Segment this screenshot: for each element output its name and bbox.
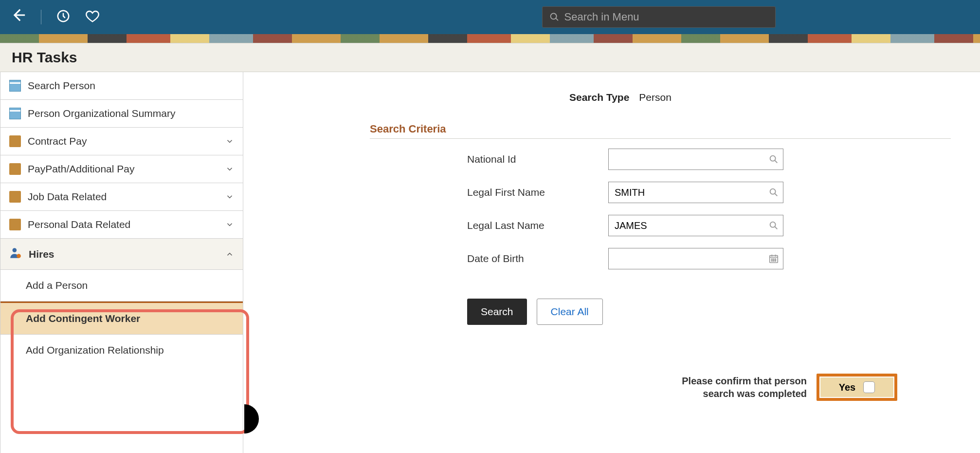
field-last-name: Legal Last Name bbox=[467, 215, 951, 236]
sidebar-item-label: Hires bbox=[29, 248, 54, 260]
app-header bbox=[0, 0, 980, 34]
page-icon bbox=[9, 80, 21, 92]
sidebar-item-paypath[interactable]: PayPath/Additional Pay bbox=[0, 155, 243, 183]
svg-point-12 bbox=[775, 261, 776, 262]
svg-point-3 bbox=[770, 156, 776, 161]
sidebar-item-label: Add Contingent Worker bbox=[26, 313, 140, 324]
folder-icon bbox=[9, 163, 21, 175]
national-id-input-wrap[interactable] bbox=[608, 149, 783, 170]
svg-point-7 bbox=[771, 259, 772, 260]
lookup-icon[interactable] bbox=[768, 187, 779, 198]
dob-input[interactable] bbox=[613, 249, 768, 268]
chevron-down-icon bbox=[225, 192, 234, 201]
field-label: Legal First Name bbox=[467, 187, 608, 198]
search-button[interactable]: Search bbox=[467, 299, 527, 325]
svg-point-8 bbox=[773, 259, 774, 260]
chevron-down-icon bbox=[225, 137, 234, 146]
search-icon bbox=[549, 12, 560, 22]
sidebar-item-label: Add a Person bbox=[26, 280, 88, 291]
favorite-icon[interactable] bbox=[85, 9, 100, 25]
back-arrow-icon[interactable] bbox=[10, 7, 26, 27]
sidebar-item-label: Contract Pay bbox=[28, 135, 87, 147]
sidebar-item-person-org-summary[interactable]: Person Organizational Summary bbox=[0, 100, 243, 128]
svg-point-1 bbox=[13, 248, 17, 252]
sidebar-item-label: Job Data Related bbox=[28, 191, 107, 203]
calendar-icon[interactable] bbox=[768, 253, 779, 264]
chevron-down-icon bbox=[225, 220, 234, 229]
last-name-input[interactable] bbox=[613, 216, 768, 235]
national-id-input[interactable] bbox=[613, 150, 768, 169]
global-search-input[interactable] bbox=[564, 11, 768, 23]
sidebar-sub-add-org-relationship[interactable]: Add Organization Relationship bbox=[0, 335, 243, 366]
field-label: Legal Last Name bbox=[467, 220, 608, 231]
recent-icon[interactable] bbox=[56, 9, 71, 25]
chevron-up-icon bbox=[225, 250, 234, 259]
confirm-toggle-highlight: Yes bbox=[817, 374, 897, 401]
svg-point-10 bbox=[771, 261, 772, 262]
sidebar-item-label: Person Organizational Summary bbox=[28, 108, 175, 119]
page-title: HR Tasks bbox=[12, 49, 968, 66]
page-title-bar: HR Tasks bbox=[0, 43, 980, 72]
search-type-row: Search Type Person bbox=[569, 92, 951, 103]
sidebar-item-label: PayPath/Additional Pay bbox=[28, 163, 134, 175]
lookup-icon[interactable] bbox=[768, 220, 779, 231]
confirm-line2: search was completed bbox=[682, 387, 807, 400]
svg-point-2 bbox=[17, 254, 21, 258]
search-criteria-heading: Search Criteria bbox=[370, 123, 951, 139]
confirm-toggle[interactable]: Yes bbox=[820, 378, 893, 397]
button-row: Search Clear All bbox=[467, 299, 951, 325]
main-area: Search Person Person Organizational Summ… bbox=[0, 72, 980, 453]
svg-point-11 bbox=[773, 261, 774, 262]
svg-point-4 bbox=[770, 189, 776, 194]
sidebar-item-label: Personal Data Related bbox=[28, 219, 130, 230]
decorative-ribbon bbox=[0, 34, 980, 43]
toggle-label: Yes bbox=[839, 382, 855, 393]
svg-point-5 bbox=[770, 222, 776, 227]
divider bbox=[41, 10, 41, 24]
sidebar-item-contract-pay[interactable]: Contract Pay bbox=[0, 128, 243, 155]
confirm-row: Please confirm that person search was co… bbox=[272, 374, 951, 401]
sidebar-sub-add-person[interactable]: Add a Person bbox=[0, 270, 243, 302]
sidebar-item-label: Add Organization Relationship bbox=[26, 344, 164, 356]
toggle-knob[interactable] bbox=[863, 381, 875, 393]
confirm-line1: Please confirm that person bbox=[682, 375, 807, 387]
field-label: National Id bbox=[467, 153, 608, 165]
sidebar-item-label: Search Person bbox=[28, 80, 95, 92]
clear-all-button[interactable]: Clear All bbox=[537, 299, 603, 325]
sidebar-item-personal-data[interactable]: Personal Data Related bbox=[0, 211, 243, 239]
sidebar-item-search-person[interactable]: Search Person bbox=[0, 72, 243, 100]
page-icon bbox=[9, 108, 21, 119]
folder-icon bbox=[9, 135, 21, 147]
person-icon bbox=[9, 246, 22, 262]
search-type-value: Person bbox=[639, 92, 671, 103]
field-first-name: Legal First Name bbox=[467, 182, 951, 203]
first-name-input-wrap[interactable] bbox=[608, 182, 783, 203]
lookup-icon[interactable] bbox=[768, 154, 779, 165]
first-name-input[interactable] bbox=[613, 183, 768, 202]
content-area: Search Type Person Search Criteria Natio… bbox=[243, 72, 980, 453]
search-type-label: Search Type bbox=[569, 92, 629, 103]
sidebar: Search Person Person Organizational Summ… bbox=[0, 72, 243, 453]
folder-icon bbox=[9, 191, 21, 203]
dob-input-wrap[interactable] bbox=[608, 248, 783, 269]
confirm-text: Please confirm that person search was co… bbox=[682, 375, 807, 400]
global-search[interactable] bbox=[542, 6, 776, 28]
svg-point-9 bbox=[775, 259, 776, 260]
folder-icon bbox=[9, 219, 21, 230]
sidebar-sub-add-contingent-worker[interactable]: Add Contingent Worker bbox=[0, 302, 243, 335]
field-label: Date of Birth bbox=[467, 253, 608, 264]
sidebar-item-job-data[interactable]: Job Data Related bbox=[0, 183, 243, 211]
header-left-controls bbox=[10, 7, 100, 27]
sidebar-item-hires[interactable]: Hires bbox=[0, 239, 243, 270]
chevron-down-icon bbox=[225, 165, 234, 173]
last-name-input-wrap[interactable] bbox=[608, 215, 783, 236]
field-national-id: National Id bbox=[467, 149, 951, 170]
field-dob: Date of Birth bbox=[467, 248, 951, 269]
